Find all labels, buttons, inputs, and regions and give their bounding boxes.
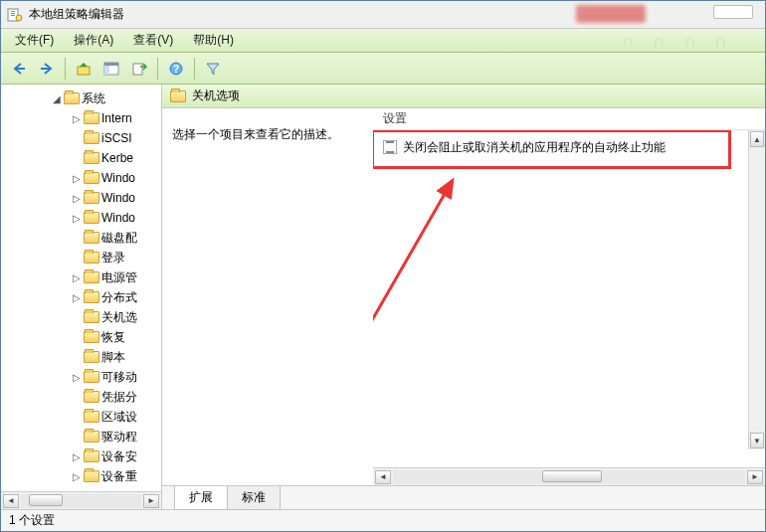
column-header-setting[interactable]: 设置 xyxy=(373,108,765,130)
tree-node-label: 分布式 xyxy=(101,289,137,306)
folder-icon xyxy=(84,232,99,244)
tree-node-label: 磁盘配 xyxy=(101,230,137,247)
scroll-right-button[interactable]: ► xyxy=(747,470,763,484)
export-button[interactable] xyxy=(127,57,151,81)
expand-icon[interactable]: ▷ xyxy=(71,272,82,283)
description-text: 选择一个项目来查看它的描述。 xyxy=(172,126,361,143)
tree-node[interactable]: ▷Windo xyxy=(1,168,161,188)
scroll-left-button[interactable]: ◄ xyxy=(375,470,391,484)
scroll-up-button[interactable]: ▲ xyxy=(750,131,764,147)
folder-icon xyxy=(84,391,99,403)
tree-node[interactable]: iSCSI xyxy=(1,128,161,148)
tree-node[interactable]: ▷设备安 xyxy=(1,446,161,466)
up-button[interactable] xyxy=(72,57,96,81)
window-button-placeholder[interactable] xyxy=(713,5,753,19)
folder-icon xyxy=(84,152,99,164)
tree-node-label: Windo xyxy=(101,191,135,205)
tree-node[interactable]: ▷Windo xyxy=(1,188,161,208)
tree-node[interactable]: 磁盘配 xyxy=(1,228,161,248)
scroll-track[interactable] xyxy=(393,470,745,484)
expand-icon[interactable] xyxy=(71,153,82,164)
expand-icon[interactable] xyxy=(71,253,82,264)
tree-node-label: 设备重 xyxy=(101,468,137,485)
tree-node[interactable]: 恢复 xyxy=(1,327,161,347)
tree-node[interactable]: ▷Intern xyxy=(1,108,161,128)
window-root: 本地组策略编辑器 文件(F) 操作(A) 查看(V) 帮助(H) ∩∩∩∩ ? … xyxy=(0,0,766,532)
expand-icon[interactable]: ▷ xyxy=(71,173,82,184)
scroll-track[interactable] xyxy=(21,494,141,508)
content-panel: 关机选项 选择一个项目来查看它的描述。 设置 关闭会阻止或取消关机的应用程序的自… xyxy=(162,85,765,509)
menu-action[interactable]: 操作(A) xyxy=(64,30,123,51)
collapse-icon[interactable]: ◢ xyxy=(51,93,62,104)
titlebar: 本地组策略编辑器 xyxy=(1,1,765,29)
expand-icon[interactable] xyxy=(71,332,82,343)
expand-icon[interactable]: ▷ xyxy=(71,471,82,482)
scroll-track[interactable] xyxy=(749,148,765,432)
expand-icon[interactable]: ▷ xyxy=(71,113,82,124)
tree-node-label: 电源管 xyxy=(101,269,137,286)
tree-node-root[interactable]: ◢ 系统 xyxy=(1,89,161,108)
menu-view[interactable]: 查看(V) xyxy=(123,30,183,51)
scroll-down-button[interactable]: ▼ xyxy=(750,433,764,448)
filter-button[interactable] xyxy=(201,57,225,81)
tree-node[interactable]: 关机选 xyxy=(1,307,161,327)
tree-node[interactable]: 驱动程 xyxy=(1,427,161,446)
scroll-left-button[interactable]: ◄ xyxy=(3,494,19,508)
toolbar: ? xyxy=(1,53,765,85)
scroll-thumb[interactable] xyxy=(542,470,602,482)
scroll-right-button[interactable]: ► xyxy=(143,494,159,508)
menu-file[interactable]: 文件(F) xyxy=(5,30,64,51)
folder-icon xyxy=(84,172,99,184)
expand-icon[interactable]: ▷ xyxy=(71,372,82,383)
tab-standard[interactable]: 标准 xyxy=(227,486,281,510)
list-h-scrollbar[interactable]: ◄ ► xyxy=(373,467,765,485)
expand-icon[interactable] xyxy=(71,233,82,244)
tab-extended[interactable]: 扩展 xyxy=(174,486,228,510)
app-icon xyxy=(7,7,23,23)
expand-icon[interactable] xyxy=(71,412,82,423)
svg-rect-3 xyxy=(11,15,15,16)
tree-node[interactable]: 登录 xyxy=(1,248,161,267)
show-hide-tree-button[interactable] xyxy=(99,57,123,81)
tree-node[interactable]: ▷设备重 xyxy=(1,466,161,486)
expand-icon[interactable]: ▷ xyxy=(71,213,82,224)
svg-text:?: ? xyxy=(173,64,179,75)
expand-icon[interactable] xyxy=(71,312,82,323)
folder-icon xyxy=(84,450,99,462)
folder-icon xyxy=(84,212,99,224)
tree-node[interactable]: ▷分布式 xyxy=(1,287,161,307)
tree-node[interactable]: 凭据分 xyxy=(1,387,161,407)
folder-icon xyxy=(84,431,99,443)
expand-icon[interactable] xyxy=(71,133,82,144)
tree-node[interactable]: ▷电源管 xyxy=(1,267,161,287)
tree-node[interactable]: ▷Windo xyxy=(1,208,161,228)
forward-button[interactable] xyxy=(35,57,59,81)
tree-node-label: 驱动程 xyxy=(101,429,137,445)
expand-icon[interactable] xyxy=(71,392,82,403)
tree-node-label: 设备安 xyxy=(101,448,137,465)
tree-scroll[interactable]: ◢ 系统 ▷InterniSCSIKerbe▷Windo▷Windo▷Windo… xyxy=(1,85,161,491)
expand-icon[interactable] xyxy=(71,352,82,363)
expand-icon[interactable]: ▷ xyxy=(71,292,82,303)
folder-icon xyxy=(84,411,99,423)
svg-rect-8 xyxy=(104,66,109,75)
help-button[interactable]: ? xyxy=(164,57,188,81)
setting-item[interactable]: 关闭会阻止或取消关机的应用程序的自动终止功能 xyxy=(373,136,765,158)
tree-node[interactable]: ▷可移动 xyxy=(1,367,161,387)
tree-h-scrollbar[interactable]: ◄ ► xyxy=(1,491,161,509)
menubar-decor: ∩∩∩∩ xyxy=(622,31,745,52)
expand-icon[interactable] xyxy=(71,432,82,443)
tree-node-label: 脚本 xyxy=(101,349,125,366)
status-text: 1 个设置 xyxy=(9,512,55,529)
back-button[interactable] xyxy=(7,57,31,81)
tree-node[interactable]: Kerbe xyxy=(1,148,161,168)
expand-icon[interactable]: ▷ xyxy=(71,193,82,204)
tree-node[interactable]: 区域设 xyxy=(1,407,161,427)
list-v-scrollbar[interactable]: ▲ ▼ xyxy=(748,130,765,449)
expand-icon[interactable]: ▷ xyxy=(71,451,82,462)
tree-node[interactable]: 脚本 xyxy=(1,347,161,367)
menu-help[interactable]: 帮助(H) xyxy=(183,30,244,51)
menubar: 文件(F) 操作(A) 查看(V) 帮助(H) ∩∩∩∩ xyxy=(1,29,765,53)
scroll-thumb[interactable] xyxy=(29,494,63,506)
folder-icon xyxy=(84,132,99,144)
